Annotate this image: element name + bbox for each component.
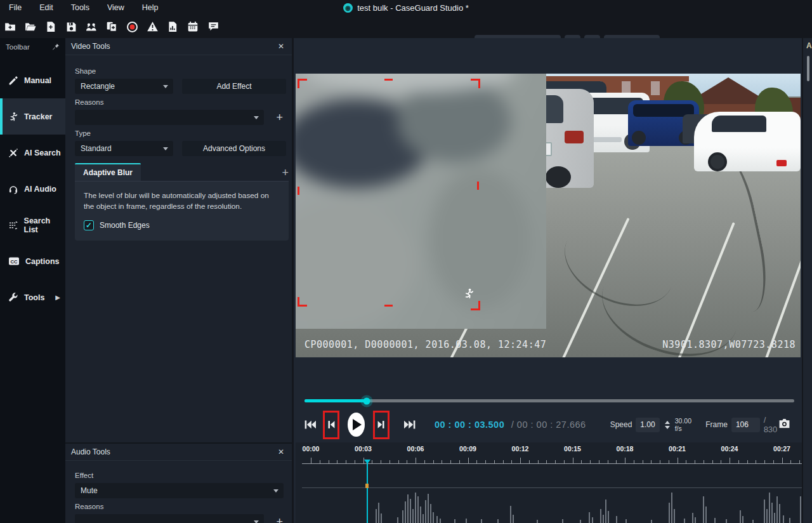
waveform-bar: [428, 494, 429, 523]
sidebar-item-ai-search[interactable]: AI Search: [0, 135, 65, 171]
paste-effects-icon[interactable]: [102, 17, 122, 36]
sidebar-item-manual[interactable]: Manual: [0, 62, 65, 98]
minor-tick: [686, 460, 686, 463]
record-icon[interactable]: [122, 17, 142, 36]
advanced-options-button[interactable]: Advanced Options: [182, 141, 286, 156]
tracking-handle-top-left[interactable]: [298, 79, 307, 88]
waveform-bar: [703, 496, 704, 523]
play-button[interactable]: [348, 413, 365, 437]
sidebar-item-ai-audio[interactable]: AI Audio: [0, 171, 65, 207]
waveform-bar: [714, 518, 716, 523]
tracked-object-runner-icon: [463, 287, 475, 301]
waveform-bar: [766, 509, 768, 523]
add-audio-reason-button[interactable]: +: [273, 514, 287, 523]
skip-to-end-button[interactable]: [403, 414, 418, 435]
minor-tick: [503, 460, 504, 463]
sidebar-item-tools[interactable]: Tools ▶: [0, 279, 65, 315]
tracking-handle-top-center[interactable]: [384, 79, 393, 81]
sidebar-item-tracker[interactable]: Tracker: [0, 98, 65, 135]
sidebar-item-label: AI Audio: [24, 185, 56, 194]
adaptive-blur-panel: The level of blur will be automatically …: [75, 182, 289, 241]
tracking-handle-bottom-center[interactable]: [384, 305, 393, 307]
car-white-sedan: [694, 112, 801, 171]
sidebar: Toolbar Manual Tracker AI Search AI Audi…: [0, 38, 65, 523]
new-project-icon[interactable]: [0, 17, 20, 36]
save-icon[interactable]: [61, 17, 81, 36]
video-canvas[interactable]: CP000001, D0000001, 2016.03.08, 12:24:47…: [296, 74, 801, 357]
waveform-bar: [580, 520, 581, 523]
blurred-redaction-region[interactable]: [296, 74, 546, 329]
waveform-bar: [771, 503, 773, 523]
effect-tabs: Adaptive Blur +: [75, 164, 289, 182]
add-tab-button[interactable]: +: [282, 166, 289, 180]
tracking-handle-bottom-left[interactable]: [298, 297, 307, 307]
audio-effect-dropdown[interactable]: Mute: [75, 483, 284, 498]
minor-tick: [459, 460, 460, 463]
skip-to-start-button[interactable]: [302, 414, 317, 435]
close-icon[interactable]: ✕: [278, 42, 284, 51]
speed-controls: Speed 1.00 30.00 f/s Frame 106 / 830: [610, 415, 778, 434]
seek-bar-thumb[interactable]: [363, 397, 370, 404]
waveform-bar: [440, 519, 441, 523]
reasons-dropdown[interactable]: [75, 110, 264, 125]
waveform-bar: [425, 500, 426, 523]
frame-forward-icon: [375, 418, 388, 431]
shape-dropdown[interactable]: Rectangle: [75, 79, 173, 94]
playhead-line[interactable]: [367, 460, 368, 523]
snapshot-button[interactable]: [778, 418, 790, 432]
seek-bar[interactable]: [304, 399, 794, 402]
pin-icon[interactable]: [52, 43, 60, 51]
menu-tools[interactable]: Tools: [62, 0, 98, 15]
sidebar-item-search-list[interactable]: Search List: [0, 207, 65, 243]
speed-stepper[interactable]: [664, 421, 671, 429]
new-file-icon[interactable]: [41, 17, 61, 36]
waveform-bar: [513, 515, 514, 523]
timeline-label: 00:06: [407, 445, 424, 453]
type-dropdown[interactable]: Standard: [75, 141, 173, 156]
arrow-down-icon: [665, 426, 670, 429]
frame-input[interactable]: 106: [731, 418, 760, 432]
menu-help[interactable]: Help: [133, 0, 167, 15]
menu-view[interactable]: View: [98, 0, 133, 15]
audio-reasons-dropdown[interactable]: [75, 514, 264, 523]
close-icon[interactable]: ✕: [278, 447, 284, 456]
total-time: / 00 : 00 : 27.666: [511, 420, 586, 430]
warning-icon[interactable]: [142, 17, 162, 36]
minor-tick: [476, 460, 477, 463]
minor-tick: [485, 460, 486, 463]
menu-edit[interactable]: Edit: [30, 0, 62, 15]
minor-tick: [608, 460, 608, 463]
comment-icon[interactable]: [203, 17, 223, 36]
major-tick: [416, 458, 416, 463]
waveform-bar: [412, 509, 414, 523]
add-effect-button[interactable]: Add Effect: [182, 79, 286, 94]
minor-tick: [660, 460, 660, 463]
tracking-handle-left-center[interactable]: [298, 187, 299, 195]
tab-adaptive-blur[interactable]: Adaptive Blur: [75, 163, 141, 181]
calendar-icon[interactable]: [183, 17, 203, 36]
audio-tools-panel: Audio Tools ✕ Effect Mute Reasons: [65, 442, 292, 523]
tracking-handle-top-right[interactable]: [471, 79, 480, 88]
tracking-handle-right-center[interactable]: [477, 182, 479, 190]
waveform-bar: [405, 501, 406, 523]
minor-tick: [390, 460, 390, 463]
vertical-scrollbar[interactable]: [807, 56, 809, 81]
sidebar-item-captions[interactable]: CC Captions: [0, 243, 65, 279]
minor-tick: [329, 460, 329, 463]
tracking-handle-bottom-right[interactable]: [471, 301, 480, 310]
skip-start-icon: [303, 418, 317, 432]
menu-file[interactable]: File: [0, 0, 30, 15]
speed-input[interactable]: 1.00: [636, 418, 659, 432]
headset-icon: [8, 184, 18, 194]
collaborate-icon[interactable]: [81, 17, 102, 36]
previous-frame-button[interactable]: [323, 411, 339, 439]
add-reason-button[interactable]: +: [273, 110, 287, 125]
smooth-edges-checkbox[interactable]: ✓: [84, 220, 94, 230]
open-project-icon[interactable]: [20, 17, 41, 36]
caseguard-logo-icon: ◉: [343, 3, 353, 13]
waveform-bar: [381, 513, 382, 523]
report-icon[interactable]: [162, 17, 183, 36]
chevron-down-icon: [273, 489, 278, 493]
timeline-panel[interactable]: 00:0000:0300:0600:0900:1200:1500:1800:21…: [296, 442, 812, 523]
next-frame-button[interactable]: [373, 411, 390, 439]
